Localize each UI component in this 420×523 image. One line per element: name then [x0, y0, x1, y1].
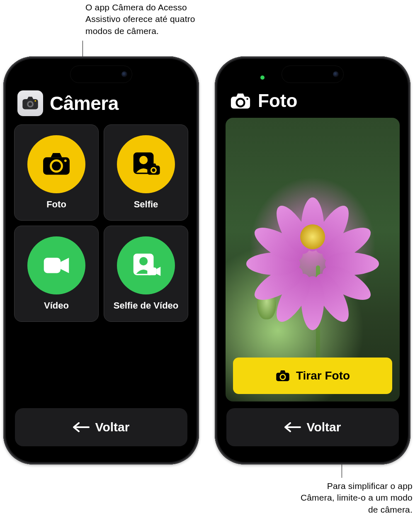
- back-label: Voltar: [307, 420, 341, 434]
- svg-rect-11: [44, 258, 61, 273]
- callout-top: O app Câmera do Acesso Assistivo oferece…: [85, 2, 218, 37]
- tile-icon-wrap: [117, 135, 175, 193]
- camera-viewfinder[interactable]: Tirar Foto: [226, 118, 400, 401]
- take-photo-label: Tirar Foto: [296, 369, 350, 382]
- phone-right: Foto: [215, 56, 410, 465]
- video-icon: [39, 248, 74, 283]
- privacy-indicator-icon: [260, 75, 265, 80]
- tile-icon-wrap: [27, 135, 85, 193]
- svg-point-8: [139, 156, 148, 164]
- mode-grid: Foto Selfie: [7, 122, 195, 322]
- svg-point-17: [246, 98, 248, 100]
- tile-label: Selfie de Vídeo: [114, 300, 179, 311]
- back-button[interactable]: Voltar: [15, 408, 187, 446]
- camera-icon: [275, 370, 290, 382]
- svg-point-3: [34, 100, 36, 102]
- tile-label: Selfie: [134, 199, 158, 210]
- svg-point-13: [139, 257, 148, 265]
- flower-decoration: [250, 175, 375, 299]
- tile-icon-wrap: [117, 236, 175, 294]
- app-title: Câmera: [50, 92, 119, 114]
- tile-selfie[interactable]: Selfie: [104, 124, 188, 221]
- svg-rect-9: [147, 165, 160, 175]
- arrow-left-icon: [284, 422, 301, 432]
- take-photo-button[interactable]: Tirar Foto: [233, 358, 392, 394]
- arrow-left-icon: [73, 422, 90, 432]
- tile-selfie-video[interactable]: Selfie de Vídeo: [104, 226, 188, 322]
- svg-rect-14: [147, 268, 156, 275]
- camera-icon: [39, 147, 74, 182]
- tile-video[interactable]: Vídeo: [14, 226, 99, 322]
- tile-label: Foto: [46, 199, 66, 210]
- screen-right: Foto: [219, 61, 406, 460]
- dynamic-island: [70, 66, 132, 83]
- screen-left: Câmera Foto: [7, 61, 195, 460]
- person-video-icon: [129, 248, 163, 283]
- callout-bottom: Para simplificar o app Câmera, limite-o …: [296, 480, 413, 516]
- camera-app-icon: [17, 90, 43, 116]
- tile-label: Vídeo: [44, 300, 69, 311]
- phone-left: Câmera Foto: [3, 56, 199, 465]
- svg-point-6: [64, 160, 67, 162]
- tile-foto[interactable]: Foto: [14, 124, 99, 221]
- svg-point-2: [29, 102, 32, 106]
- camera-icon: [229, 92, 252, 110]
- app-title: Foto: [258, 90, 297, 111]
- tile-icon-wrap: [27, 236, 85, 294]
- person-camera-icon: [129, 147, 163, 182]
- camera-icon: [21, 94, 40, 113]
- back-label: Voltar: [95, 420, 130, 434]
- dynamic-island: [282, 66, 344, 83]
- back-button[interactable]: Voltar: [226, 408, 399, 446]
